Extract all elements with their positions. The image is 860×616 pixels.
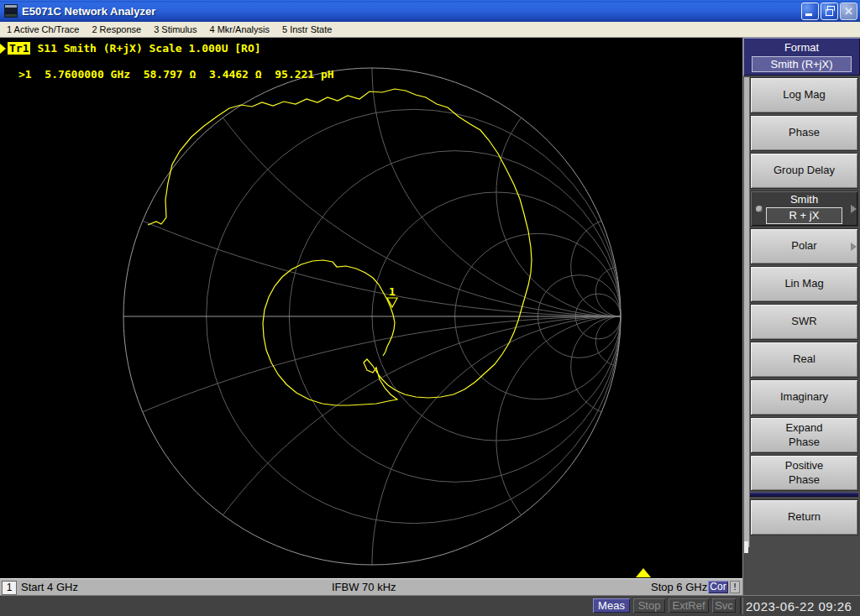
trace-status-bar: Tr1 S11 Smith (R+jX) Scale 1.000U [RO]: [0, 42, 261, 55]
channel-number-badge: 1: [2, 581, 17, 595]
softkey-polar[interactable]: Polar: [750, 228, 858, 264]
softkey-scrollbar-thumb[interactable]: [744, 541, 748, 553]
softkey-separator: [750, 493, 858, 497]
smith-chart: 1: [0, 38, 742, 578]
softkey-positive-phase[interactable]: Positive Phase: [750, 455, 858, 491]
softkey-smith[interactable]: SmithR + jX: [750, 191, 858, 227]
sweep-stop-label: Stop 6 GHz: [651, 581, 707, 593]
ifbw-label: IFBW 70 kHz: [332, 581, 396, 593]
softkey-imaginary[interactable]: Imaginary: [750, 379, 858, 415]
status-divider: [740, 598, 743, 614]
instrument-status-bar: Meas Stop ExtRef Svc 2023-06-22 09:26: [0, 595, 860, 616]
softkey-list: Log MagPhaseGroup DelaySmithR + jXPolarL…: [750, 77, 858, 537]
softkey-expand-phase[interactable]: Expand Phase: [750, 417, 858, 453]
softkey-group-delay[interactable]: Group Delay: [750, 153, 858, 189]
softkey-scrollbar[interactable]: [744, 77, 750, 547]
trace-id-badge[interactable]: Tr1: [8, 42, 30, 55]
softkey-menu-value: Smith (R+jX): [752, 56, 852, 72]
close-icon: ✕: [844, 5, 853, 18]
softkey-lin-mag[interactable]: Lin Mag: [750, 266, 858, 302]
app-icon: [4, 4, 18, 18]
softkey-label: Phase: [789, 126, 820, 138]
softkey-menu-header: Format Smith (R+jX): [743, 38, 860, 76]
window-controls: ✕: [801, 3, 857, 20]
softkey-real[interactable]: Real: [750, 342, 858, 378]
sweep-indicator-icon: [636, 568, 651, 577]
correction-badge: Cor: [708, 581, 728, 593]
softkey-label: Return: [788, 510, 821, 523]
softkey-sidebar: Format Smith (R+jX) Log MagPhaseGroup De…: [742, 38, 860, 595]
close-button[interactable]: ✕: [840, 3, 857, 20]
softkey-log-mag[interactable]: Log Mag: [750, 77, 858, 113]
menu-item-stimulus[interactable]: 3 Stimulus: [154, 24, 197, 34]
trace-descriptor: S11 Smith (R+jX) Scale 1.000U [RO]: [37, 42, 260, 55]
restore-icon: [826, 9, 833, 16]
softkey-return[interactable]: Return: [750, 499, 858, 535]
active-trace-icon: [0, 44, 6, 54]
softkey-label: Real: [793, 352, 815, 365]
warning-badge: !: [730, 581, 740, 593]
softkey-menu-title: Format: [743, 41, 860, 54]
softkey-phase[interactable]: Phase: [750, 115, 858, 151]
minimize-button[interactable]: [801, 3, 819, 20]
smith-grid: [123, 68, 621, 565]
softkey-swr[interactable]: SWR: [750, 304, 858, 340]
restore-button[interactable]: [821, 3, 838, 20]
service-indicator: Svc: [712, 598, 736, 613]
minimize-icon: [805, 13, 812, 16]
menu-item-response[interactable]: 2 Response: [92, 24, 141, 34]
softkey-sublabel: R + jX: [766, 207, 842, 224]
measurement-screen: 1 Tr1 S11 Smith (R+jX) Scale 1.000U [RO]…: [0, 38, 742, 578]
datetime-label: 2023-06-22 09:26: [746, 596, 852, 616]
softkey-label: Polar: [791, 239, 816, 252]
stop-indicator: Stop: [633, 598, 665, 613]
s11-trace: [148, 89, 532, 405]
channel-status-bar: 1 Start 4 GHz IFBW 70 kHz Stop 6 GHz Cor…: [0, 578, 742, 595]
menu-bar: 1 Active Ch/Trace 2 Response 3 Stimulus …: [0, 22, 860, 38]
selected-dot-icon: [756, 206, 763, 212]
title-bar: E5071C Network Analyzer ✕: [0, 0, 860, 22]
softkey-label: Lin Mag: [784, 277, 823, 290]
softkey-label: SWR: [791, 315, 816, 327]
softkey-label: Smith: [790, 193, 818, 206]
sweep-start-label: Start 4 GHz: [21, 581, 78, 593]
submenu-arrow-icon: [851, 243, 857, 251]
softkey-label: Imaginary: [780, 390, 828, 403]
window-title: E5071C Network Analyzer: [22, 5, 155, 18]
menu-item-mkr-analysis[interactable]: 4 Mkr/Analysis: [209, 24, 270, 34]
marker-label: 1: [389, 285, 396, 298]
softkey-label: Group Delay: [773, 164, 835, 176]
softkey-label: Log Mag: [783, 88, 826, 101]
measuring-indicator: Meas: [593, 598, 630, 613]
menu-item-instr-state[interactable]: 5 Instr State: [282, 24, 332, 34]
app-window: E5071C Network Analyzer ✕ 1 Active Ch/Tr…: [0, 0, 860, 616]
submenu-arrow-icon: [851, 205, 857, 213]
softkey-label: Expand Phase: [785, 421, 822, 447]
marker-readout: >1 5.7600000 GHz 58.797 Ω 3.4462 Ω 95.22…: [18, 68, 334, 81]
menu-item-active-ch-trace[interactable]: 1 Active Ch/Trace: [7, 24, 79, 34]
softkey-label: Positive Phase: [785, 459, 824, 485]
extref-indicator: ExtRef: [669, 598, 709, 613]
